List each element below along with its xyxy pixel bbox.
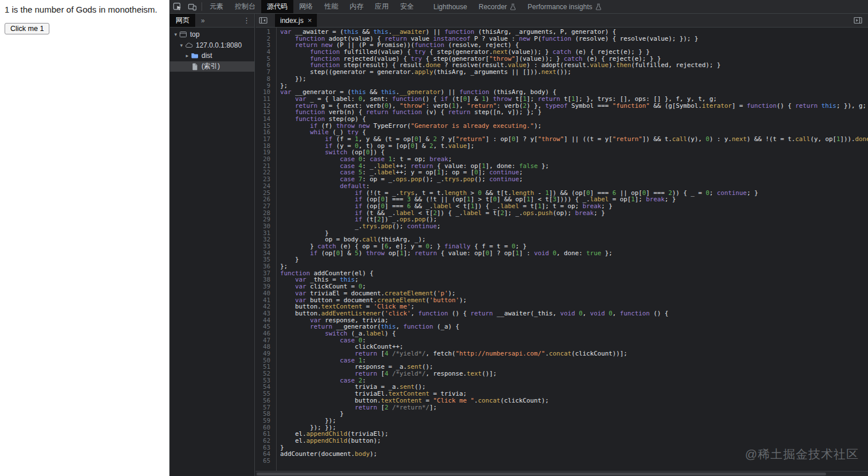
- code-line: 57 return [2 /*return*/];: [255, 404, 868, 411]
- code-line: 33 } catch (e) { op = [6, e]; y = 0; } f…: [255, 243, 868, 250]
- code-line: 40 var triviaEl = document.createElement…: [255, 290, 868, 297]
- tree-item-label: dist: [202, 52, 212, 60]
- tab-Lighthouse[interactable]: Lighthouse: [428, 0, 473, 13]
- code-line: 35 }: [255, 256, 868, 263]
- code-text: step((generator = generator.apply(thisAr…: [280, 69, 571, 76]
- experiment-beaker-icon: [595, 3, 602, 10]
- tree-expand-arrow-icon[interactable]: ▸: [184, 53, 191, 58]
- code-text: switch (_a.label) {: [280, 330, 396, 337]
- code-text: });: [280, 76, 307, 83]
- code-text: });: [280, 418, 336, 424]
- overflow-tabs-chevron-icon[interactable]: »: [201, 17, 205, 25]
- experiment-beaker-icon: [510, 3, 516, 10]
- code-text: button.addEventListener('click', functio…: [280, 310, 668, 317]
- code-text: if (op[0] & 5) throw op[1]; return { val…: [280, 250, 613, 257]
- code-line: 27 if (op[0] === 6 && _.label < t[1]) { …: [255, 203, 868, 210]
- gutter: [255, 28, 277, 471]
- tab-应用[interactable]: 应用: [369, 0, 394, 13]
- cloud-icon: [185, 41, 193, 49]
- tab-Performance insights[interactable]: Performance insights: [522, 0, 607, 13]
- tab-label: 元素: [210, 2, 223, 11]
- code-line: 8 });: [255, 76, 868, 83]
- tab-控制台[interactable]: 控制台: [229, 0, 261, 13]
- hide-navigator-icon[interactable]: [255, 14, 270, 27]
- code-view: 1var __awaiter = (this && this.__awaiter…: [255, 28, 868, 471]
- code-line: 7 step((generator = generator.apply(this…: [255, 69, 868, 76]
- code-text: return [4 /*yield*/, response.text()];: [280, 370, 497, 377]
- toolbar-separator: [202, 2, 202, 11]
- code-line: 43 button.addEventListener('click', func…: [255, 310, 868, 317]
- show-debugger-sidebar-icon[interactable]: [850, 14, 865, 27]
- tab-安全[interactable]: 安全: [394, 0, 420, 13]
- code-line: 24 default:: [255, 183, 868, 190]
- code-line: 58 }: [255, 411, 868, 418]
- tree-expand-arrow-icon[interactable]: ▾: [178, 42, 185, 48]
- code-line: 36};: [255, 263, 868, 270]
- tab-label: Recorder: [479, 3, 507, 11]
- devtools-window: 元素控制台源代码网络性能内存应用安全LighthouseRecorderPerf…: [169, 0, 868, 476]
- code-line: 34 if (op[0] & 5) throw op[1]; return { …: [255, 250, 868, 257]
- navigator-header: 网页 » ⋮: [170, 14, 254, 28]
- tab-Recorder[interactable]: Recorder: [473, 0, 522, 13]
- code-text: _.trys.pop(); continue;: [280, 223, 441, 230]
- tab-源代码[interactable]: 源代码: [261, 0, 293, 13]
- watermark-text: @稀土掘金技术社区: [745, 446, 859, 462]
- file-tab-label: index.js: [280, 17, 304, 25]
- tab-label: 控制台: [235, 2, 255, 11]
- tab-label: 应用: [375, 2, 389, 11]
- tree-expand-arrow-icon[interactable]: ▾: [172, 32, 179, 37]
- code-text: if (f = 1, y && (t = op[0] & 2 ? y["retu…: [280, 136, 868, 143]
- trivia-text: 1 is the number of Gods in monotheism.: [5, 5, 157, 14]
- source-editor: index.js × 1var __awaiter = (this && thi…: [255, 14, 868, 476]
- code-text: addCounter(document.body);: [280, 451, 377, 458]
- tab-网络[interactable]: 网络: [293, 0, 319, 13]
- tab-page[interactable]: 网页: [170, 14, 195, 27]
- tab-label: 网络: [299, 2, 313, 11]
- folder-blue-icon: [191, 52, 199, 60]
- click-me-button[interactable]: Click me 1: [5, 23, 49, 34]
- tree-item-127.0.0.1:8080[interactable]: ▾127.0.0.1:8080: [170, 40, 254, 51]
- close-tab-icon[interactable]: ×: [308, 16, 312, 25]
- tab-元素[interactable]: 元素: [204, 0, 229, 13]
- tree-item-label: 127.0.0.1:8080: [196, 41, 242, 49]
- code-line: 17 if (f = 1, y && (t = op[0] & 2 ? y["r…: [255, 136, 868, 143]
- code-text: var _ = { label: 0, sent: function() { i…: [280, 96, 717, 103]
- scrollbar-thumb[interactable]: [257, 473, 826, 475]
- tab-label: Performance insights: [528, 3, 592, 11]
- code-text: if (op[0] === 6 && _.label < t[1]) { _.l…: [280, 203, 613, 210]
- inspect-element-icon[interactable]: [170, 0, 185, 13]
- code-line: 62 el.appendChild(button);: [255, 438, 868, 444]
- tab-label: 安全: [400, 2, 414, 11]
- file-tree: ▾top▾127.0.0.1:8080▸dist(索引): [170, 28, 254, 72]
- devtools-tab-strip: 元素控制台源代码网络性能内存应用安全LighthouseRecorderPerf…: [204, 0, 607, 13]
- code-line: 30 _.trys.pop(); continue;: [255, 223, 868, 230]
- tab-label: 内存: [350, 2, 363, 11]
- tab-label: Lighthouse: [433, 3, 467, 11]
- tab-内存[interactable]: 内存: [344, 0, 369, 13]
- code-line: 56 button.textContent = "Click me ".conc…: [255, 397, 868, 404]
- tab-性能[interactable]: 性能: [319, 0, 344, 13]
- file-tab-indexjs[interactable]: index.js ×: [275, 14, 317, 27]
- tree-item-dist[interactable]: ▸dist: [170, 50, 254, 61]
- code-text: return [4 /*yield*/, fetch("http://numbe…: [280, 350, 627, 357]
- tree-item-top[interactable]: ▾top: [170, 29, 254, 40]
- tree-item-(索引)[interactable]: (索引): [170, 61, 254, 72]
- code-text: el.appendChild(button);: [280, 438, 381, 444]
- tab-label: 性能: [324, 2, 338, 11]
- horizontal-scrollbar[interactable]: [255, 471, 868, 476]
- device-toolbar-icon[interactable]: [185, 0, 200, 13]
- code-line: 59 });: [255, 418, 868, 424]
- frame-icon: [179, 30, 187, 38]
- tree-item-label: (索引): [202, 61, 220, 71]
- code-lines: 1var __awaiter = (this && this.__awaiter…: [255, 29, 868, 465]
- file-icon: [191, 63, 199, 71]
- sources-navigator-sidebar: 网页 » ⋮ ▾top▾127.0.0.1:8080▸dist(索引): [170, 14, 255, 476]
- navigator-more-menu-icon[interactable]: ⋮: [243, 16, 250, 25]
- rendered-page: 1 is the number of Gods in monotheism. C…: [0, 0, 169, 476]
- devtools-toolbar: 元素控制台源代码网络性能内存应用安全LighthouseRecorderPerf…: [170, 0, 868, 14]
- tab-label: 源代码: [267, 2, 288, 11]
- tree-item-label: top: [190, 30, 200, 38]
- code-line: 4 function fulfilled(value) { try { step…: [255, 49, 868, 56]
- editor-tab-bar: index.js ×: [255, 14, 868, 28]
